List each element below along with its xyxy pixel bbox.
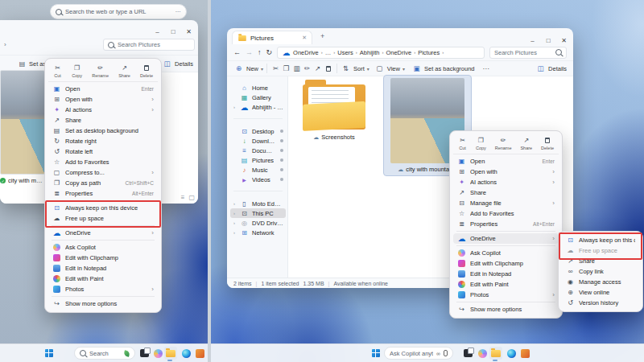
set-as-background-button[interactable]: ▣ Set as background — [411, 64, 475, 72]
tab-pictures[interactable]: Pictures ✕ — [232, 31, 312, 44]
search-input[interactable]: Search Pictures — [489, 47, 567, 59]
menu-item-onedrive[interactable]: OneDrive› — [48, 228, 158, 238]
microphone-icon[interactable] — [444, 350, 448, 356]
menu-item-always-keep-on-this-device[interactable]: Always keep on this device — [48, 203, 158, 213]
menu-item-edit-in-notepad[interactable]: Edit in Notepad — [453, 269, 559, 279]
sidebar-item-this-pc[interactable]: ›This PC — [230, 208, 286, 218]
menu-item-open-with[interactable]: Open with› — [48, 94, 158, 105]
close-button[interactable]: ✕ — [183, 27, 195, 37]
tab-close-icon[interactable]: ✕ — [302, 35, 307, 41]
menu-item-manage-file[interactable]: Manage file› — [453, 198, 559, 208]
menu-item-ai-actions[interactable]: AI actions› — [48, 105, 158, 115]
copy-button[interactable]: Copy — [70, 63, 84, 79]
menu-item-onedrive[interactable]: OneDrive› — [453, 233, 559, 244]
sort-button[interactable]: ⇅ Sort▾ — [341, 64, 369, 72]
task-view-button[interactable] — [462, 348, 473, 359]
breadcrumb-pictures[interactable]: Pictures — [418, 49, 440, 56]
menu-item-edit-with-clipchamp[interactable]: Edit with Clipchamp — [453, 258, 559, 269]
menu-item-copy-as-path[interactable]: Copy as pathCtrl+Shift+C — [48, 178, 158, 188]
share-button[interactable]: Share — [518, 135, 534, 151]
details-button[interactable]: ◫ Details — [162, 60, 193, 68]
address-bar[interactable]: OneDrive›…›Users›Abhijith›OneDrive›Pictu… — [277, 47, 485, 59]
menu-item-properties[interactable]: PropertiesAlt+Enter — [453, 219, 559, 229]
menu-item-free-up-space[interactable]: Free up space — [48, 213, 158, 224]
breadcrumb-users[interactable]: Users — [337, 49, 353, 56]
menu-item-photos[interactable]: Photos› — [48, 284, 158, 294]
rename-icon[interactable]: ✏ — [302, 64, 312, 72]
taskbar-search-input[interactable]: Ask Copilot anything ∞ — [384, 347, 453, 360]
start-button[interactable] — [45, 349, 53, 357]
new-tab-button[interactable]: + — [320, 32, 324, 40]
floating-search-bar[interactable]: Search the web or type a URL ⋯ — [50, 4, 187, 19]
task-view-button[interactable] — [138, 348, 150, 359]
menu-item-properties[interactable]: PropertiesAlt+Enter — [48, 188, 158, 199]
breadcrumb-abhijith[interactable]: Abhijith — [360, 49, 380, 56]
up-button[interactable]: ↑ — [258, 48, 262, 56]
office-app-button[interactable] — [519, 348, 530, 359]
search-input[interactable]: Search Pictures — [103, 39, 195, 51]
menu-item-show-more-options[interactable]: Show more options — [453, 304, 559, 315]
cut-button[interactable]: Cut — [52, 63, 64, 79]
menu-item-version-history[interactable]: Version history — [562, 298, 639, 308]
menu-item-ask-copilot[interactable]: Ask Copilot — [48, 242, 158, 253]
sidebar-item-abhijith-personal[interactable]: ›Abhijith - Personal — [230, 102, 286, 112]
sidebar-item-desktop[interactable]: Desktop — [230, 126, 286, 136]
sidebar-item-videos[interactable]: Videos — [230, 175, 286, 184]
copilot-button[interactable] — [477, 348, 488, 359]
trash-button[interactable]: Delete — [539, 135, 555, 151]
menu-item-view-online[interactable]: View online — [562, 287, 639, 298]
view-button[interactable]: ▢ View▾ — [374, 64, 405, 72]
copilot-button[interactable] — [152, 348, 163, 359]
menu-item-manage-access[interactable]: Manage access — [562, 277, 639, 287]
office-app-button[interactable] — [194, 348, 205, 359]
menu-item-ai-actions[interactable]: AI actions› — [453, 177, 559, 187]
refresh-icon[interactable]: ↻ — [266, 48, 273, 56]
menu-item-open-with[interactable]: Open with› — [453, 167, 559, 177]
menu-item-rotate-right[interactable]: Rotate right — [48, 136, 158, 146]
sidebar-item-pictures[interactable]: Pictures — [230, 155, 286, 165]
menu-item-share[interactable]: Share — [453, 187, 559, 198]
menu-item-add-to-favorites[interactable]: Add to Favorites — [453, 208, 559, 219]
edge-button[interactable] — [180, 348, 192, 359]
copy-button[interactable]: Copy — [474, 135, 488, 151]
sidebar-item-moto-edge-50-neo[interactable]: ›Moto Edge 50 Neo — [230, 199, 286, 208]
sidebar-item-dvd-drive-d-ccc[interactable]: ›DVD Drive (D:) CCC — [230, 218, 286, 228]
back-button[interactable]: ← — [233, 48, 241, 56]
rename-button[interactable]: Rename — [493, 135, 514, 151]
breadcrumb[interactable]: › — [4, 41, 6, 48]
thumbnail-view-toggle-icon[interactable]: ▢ — [188, 194, 195, 201]
see-more-button[interactable]: ⋯ — [483, 65, 489, 72]
sidebar-item-documents[interactable]: Documents — [230, 146, 286, 155]
sidebar-item-home[interactable]: Home — [230, 83, 286, 93]
share-button[interactable]: Share — [117, 63, 132, 79]
menu-item-edit-with-paint[interactable]: Edit with Paint — [48, 274, 158, 284]
file-explorer-button[interactable] — [489, 347, 502, 360]
start-button[interactable] — [372, 349, 380, 357]
sidebar-item-downloads[interactable]: Downloads — [230, 136, 286, 146]
breadcrumb-[interactable]: … — [325, 49, 332, 56]
menu-item-always-keep-on-this-device[interactable]: Always keep on this device — [562, 235, 639, 245]
breadcrumb-onedrive[interactable]: OneDrive — [293, 49, 319, 56]
menu-item-set-as-desktop-background[interactable]: Set as desktop background — [48, 125, 158, 136]
delete-icon[interactable] — [323, 64, 333, 73]
share-icon[interactable]: ↗ — [312, 64, 323, 72]
menu-item-share[interactable]: Share — [48, 115, 158, 125]
menu-item-compress-to[interactable]: Compress to...› — [48, 167, 158, 178]
trash-button[interactable]: Delete — [138, 63, 155, 79]
menu-item-rotate-left[interactable]: Rotate left — [48, 146, 158, 157]
rename-button[interactable]: Rename — [90, 63, 110, 79]
menu-item-edit-in-notepad[interactable]: Edit in Notepad — [48, 263, 158, 274]
cut-button[interactable]: Cut — [456, 135, 469, 151]
menu-item-share[interactable]: Share — [562, 256, 639, 266]
menu-item-free-up-space[interactable]: Free up space — [562, 245, 639, 256]
menu-item-open[interactable]: OpenEnter — [453, 156, 559, 167]
minimize-button[interactable]: – — [151, 27, 163, 37]
menu-item-copy-link[interactable]: Copy link — [562, 266, 639, 277]
menu-item-add-to-favorites[interactable]: Add to Favorites — [48, 157, 158, 167]
sidebar-item-music[interactable]: Music — [230, 165, 286, 175]
edge-button[interactable] — [506, 348, 517, 359]
cut-icon[interactable]: ✂ — [270, 64, 281, 72]
copy-icon[interactable]: ❐ — [281, 64, 291, 72]
breadcrumb-onedrive[interactable]: OneDrive — [386, 49, 411, 56]
more-options-icon[interactable]: ⋯ — [175, 8, 182, 15]
